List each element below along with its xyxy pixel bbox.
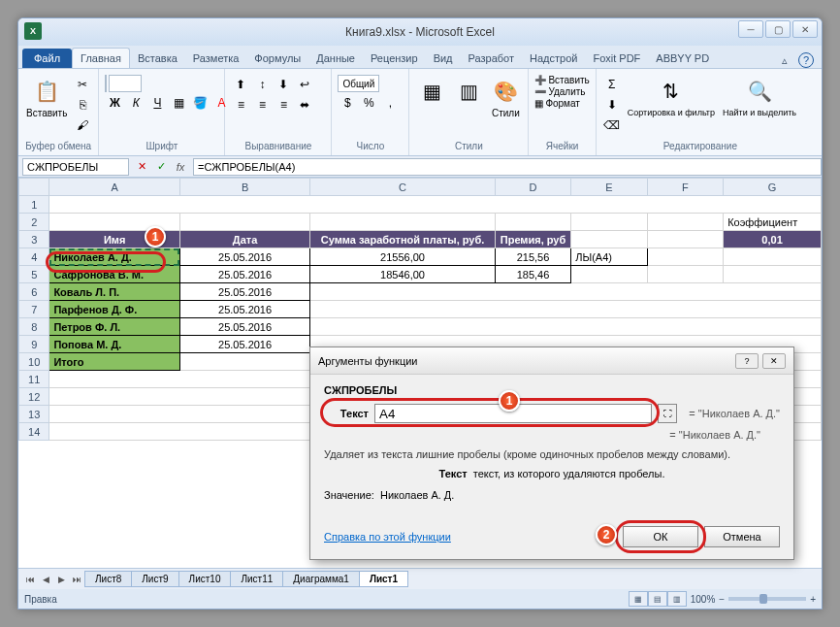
cell[interactable]: 25.05.2016 [179, 248, 309, 266]
file-tab[interactable]: Файл [22, 49, 72, 68]
enter-formula-button[interactable]: ✓ [152, 158, 170, 176]
header-cell[interactable]: Дата [179, 231, 309, 248]
comma-button[interactable]: , [380, 93, 400, 113]
row-header[interactable]: 4 [19, 248, 49, 266]
page-layout-view-button[interactable]: ▤ [648, 591, 667, 607]
cell-styles-button[interactable]: 🎨Стили [489, 75, 522, 120]
cell-e4[interactable]: ЛЫ(A4) [571, 248, 647, 266]
row-header[interactable]: 6 [19, 283, 49, 301]
normal-view-button[interactable]: ▦ [629, 591, 648, 607]
percent-button[interactable]: % [359, 93, 378, 113]
tab-insert[interactable]: Вставка [130, 49, 185, 68]
insert-cells-button[interactable]: ➕Вставить [534, 75, 589, 85]
autosum-button[interactable]: Σ [602, 75, 622, 94]
find-select-button[interactable]: 🔍Найти и выделить [721, 75, 798, 119]
delete-cells-button[interactable]: ➖Удалить [534, 86, 585, 97]
zoom-slider[interactable] [728, 597, 806, 601]
wrap-text-button[interactable]: ↩ [295, 75, 314, 94]
minimize-button[interactable]: ─ [738, 20, 763, 38]
cancel-button[interactable]: Отмена [704, 526, 780, 547]
dialog-help-button[interactable]: ? [735, 353, 759, 369]
sort-filter-button[interactable]: ⇅Сортировка и фильтр [626, 75, 717, 119]
sheet-nav-next[interactable]: ▶ [53, 572, 69, 587]
row-header[interactable]: 13 [19, 406, 49, 423]
header-cell[interactable]: Сумма заработной платы, руб. [310, 231, 496, 248]
col-header[interactable]: E [571, 179, 647, 196]
row-header[interactable]: 3 [19, 231, 49, 248]
underline-button[interactable]: Ч [147, 93, 167, 113]
tab-home[interactable]: Главная [72, 48, 130, 68]
dialog-titlebar[interactable]: Аргументы функции ? ✕ [310, 347, 793, 375]
cell[interactable]: 25.05.2016 [179, 266, 309, 283]
bold-button[interactable]: Ж [105, 93, 124, 113]
sheet-tab[interactable]: Диаграмма1 [282, 571, 360, 587]
row-header[interactable]: 8 [19, 318, 49, 336]
border-button[interactable]: ▦ [169, 93, 188, 113]
cell[interactable]: Сафронова В. М. [49, 266, 179, 283]
tab-developer[interactable]: Разработ [461, 49, 522, 68]
tab-formulas[interactable]: Формулы [246, 49, 308, 68]
format-cells-button[interactable]: ▦Формат [534, 98, 580, 109]
row-header[interactable]: 9 [19, 336, 49, 353]
format-painter-button[interactable]: 🖌 [73, 116, 92, 135]
fill-color-button[interactable]: 🪣 [190, 93, 210, 113]
row-header[interactable]: 7 [19, 301, 49, 318]
tab-layout[interactable]: Разметка [185, 49, 247, 68]
sheet-tab[interactable]: Лист9 [131, 571, 178, 587]
cell[interactable]: 21556,00 [310, 248, 496, 266]
cell[interactable]: 18546,00 [310, 266, 496, 283]
row-header[interactable]: 5 [19, 266, 49, 283]
row-header[interactable]: 2 [19, 214, 49, 231]
fx-button[interactable]: fx [172, 158, 189, 176]
cell[interactable]: 25.05.2016 [179, 301, 309, 318]
page-break-view-button[interactable]: ▥ [667, 591, 687, 607]
select-all-corner[interactable] [19, 179, 49, 196]
row-header[interactable]: 11 [19, 371, 49, 388]
cell[interactable]: 25.05.2016 [179, 318, 309, 336]
copy-button[interactable]: ⎘ [73, 95, 92, 115]
function-help-link[interactable]: Справка по этой функции [324, 531, 451, 543]
col-header[interactable]: G [724, 179, 822, 196]
tab-addins[interactable]: Надстрой [522, 49, 585, 68]
formula-input[interactable]: =СЖПРОБЕЛЫ(A4) [193, 158, 822, 176]
cell[interactable]: Петров Ф. Л. [49, 318, 179, 336]
cond-format-button[interactable]: ▦ [415, 75, 448, 108]
tab-view[interactable]: Вид [426, 49, 461, 68]
help-icon[interactable]: ? [798, 52, 814, 68]
zoom-in-button[interactable]: + [810, 594, 816, 605]
cell[interactable]: 185,46 [495, 266, 570, 283]
number-format-combo[interactable]: Общий [338, 75, 379, 92]
tab-data[interactable]: Данные [308, 49, 363, 68]
cell[interactable]: 25.05.2016 [179, 336, 309, 353]
maximize-button[interactable]: ▢ [765, 20, 791, 38]
sheet-tab[interactable]: Лист10 [178, 571, 232, 587]
align-left-button[interactable]: ≡ [231, 95, 250, 115]
sheet-nav-last[interactable]: ⏭ [69, 572, 84, 587]
cell[interactable]: Коваль Л. П. [49, 283, 179, 301]
merge-button[interactable]: ⬌ [295, 95, 314, 115]
paste-button[interactable]: 📋 Вставить [24, 75, 69, 120]
tab-abbyy[interactable]: ABBYY PD [648, 49, 717, 68]
col-header[interactable]: F [647, 179, 723, 196]
sheet-nav-first[interactable]: ⏮ [22, 572, 38, 587]
sheet-tab-active[interactable]: Лист1 [359, 571, 408, 587]
tab-review[interactable]: Рецензир [363, 49, 426, 68]
row-header[interactable]: 1 [19, 196, 49, 214]
collapse-dialog-button[interactable]: ⛶ [658, 404, 677, 423]
cell[interactable]: Итого [49, 353, 179, 371]
ok-button[interactable]: ОК [623, 526, 698, 547]
col-header[interactable]: A [49, 179, 179, 196]
close-button[interactable]: ✕ [792, 20, 818, 38]
align-right-button[interactable]: ≡ [274, 95, 293, 115]
col-header[interactable]: B [179, 179, 309, 196]
currency-button[interactable]: $ [338, 93, 357, 113]
align-middle-button[interactable]: ↕ [252, 75, 272, 94]
cell[interactable]: Коэффициент [724, 214, 822, 231]
minimize-ribbon-icon[interactable]: ▵ [777, 52, 792, 68]
sheet-nav-prev[interactable]: ◀ [38, 572, 53, 587]
align-center-button[interactable]: ≡ [252, 95, 272, 115]
sheet-tab[interactable]: Лист8 [84, 571, 132, 587]
col-header[interactable]: C [310, 179, 496, 196]
fill-button[interactable]: ⬇ [602, 95, 622, 115]
cell-a4[interactable]: Николаев А. Д. [49, 248, 179, 266]
